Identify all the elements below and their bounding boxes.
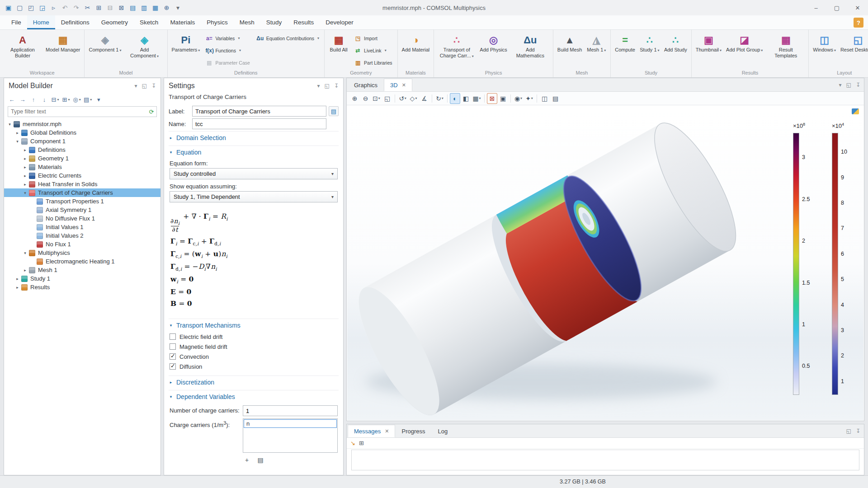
tree-item-electromagnetic-heating-1[interactable]: Electromagnetic Heating 1 (4, 257, 160, 266)
tree-expand-icon[interactable]: ▸ (14, 285, 20, 290)
help-button[interactable]: ? (854, 18, 863, 28)
zoom-out-icon[interactable]: ⊖ (360, 93, 371, 104)
image-snapshot-icon[interactable]: ◫ (539, 93, 550, 104)
panel-menu-icon[interactable]: ▾ (135, 83, 137, 89)
menu-file[interactable]: File (5, 15, 27, 29)
import-button[interactable]: ◳Import (351, 32, 395, 44)
equation-form-dropdown[interactable]: Study controlled (170, 168, 338, 179)
tree-item-axial-symmetry-1[interactable]: Axial Symmetry 1 (4, 206, 160, 214)
label-input[interactable] (192, 106, 326, 117)
float-panel-icon[interactable]: ◱ (325, 83, 330, 89)
go-to-default-view-icon[interactable]: ↺▾ (397, 93, 408, 104)
study-1-button[interactable]: ∴Study 1▾ (638, 31, 661, 69)
tree-item-global-definitions[interactable]: ▸Global Definitions (4, 128, 160, 137)
settings-window-icon[interactable]: ▥ (138, 2, 150, 13)
panel-menu-icon[interactable]: ▾ (839, 82, 842, 88)
tree-item-initial-values-2[interactable]: Initial Values 2 (4, 231, 160, 240)
3d-scene[interactable]: ×10832.521.510.5×10410987654321 (347, 106, 863, 420)
lock-view-icon[interactable]: ▣ (498, 93, 508, 104)
tree-collapse-icon[interactable]: ▾ (22, 191, 28, 195)
undo-icon[interactable]: ↶ (59, 2, 71, 13)
tree-item-memristor-mph[interactable]: ▾memristor.mph (4, 120, 160, 128)
variables-button[interactable]: a=Variables▾ (203, 32, 252, 44)
float-panel-icon[interactable]: ◱ (846, 428, 851, 434)
scene-light-icon[interactable]: ◐ (450, 93, 460, 104)
tree-item-geometry-1[interactable]: ▸Geometry 1 (4, 154, 160, 163)
tab-3d[interactable]: 3D✕ (384, 79, 412, 91)
section-discretization[interactable]: ▸ Discretization (169, 375, 339, 389)
carriers-table[interactable]: n (243, 418, 338, 453)
redo-icon[interactable]: ↷ (71, 2, 82, 13)
zoom-box-icon[interactable]: ⊡▾ (371, 93, 382, 104)
compute-button[interactable]: =Compute (613, 31, 637, 69)
pin-panel-icon[interactable]: ↧ (334, 83, 339, 89)
wireframe-rendering-icon[interactable]: ▦▾ (472, 93, 482, 104)
menu-mesh[interactable]: Mesh (234, 15, 260, 29)
add-study-button[interactable]: ∴Add Study (662, 31, 689, 69)
livelink-button[interactable]: ⇄LiveLink▾ (351, 44, 395, 56)
environment-reflections-icon[interactable]: ✦▾ (524, 93, 534, 104)
tree-expand-icon[interactable]: ▸ (14, 131, 20, 135)
menu-study[interactable]: Study (260, 15, 288, 29)
menu-developer[interactable]: Developer (320, 15, 359, 29)
select-box-icon[interactable]: ⊠ (487, 93, 497, 104)
measure-icon[interactable]: ∡ (419, 93, 429, 104)
checkbox[interactable] (170, 333, 176, 340)
node-text-icon[interactable]: ▤▾ (84, 95, 92, 104)
select-pointer-icon[interactable]: ↘ (350, 440, 355, 446)
parameters-button[interactable]: PiParameters▾ (170, 31, 202, 69)
float-panel-icon[interactable]: ◱ (846, 82, 851, 88)
tree-item-electric-currents[interactable]: ▸Electric Currents (4, 171, 160, 180)
tab-progress[interactable]: Progress (395, 425, 431, 437)
add-mathematics-button[interactable]: ΔuAdd Mathematics (510, 31, 551, 69)
minimize-button[interactable]: – (806, 0, 826, 15)
tree-item-component-1[interactable]: ▾Component 1 (4, 137, 160, 145)
menu-physics[interactable]: Physics (201, 15, 234, 29)
expand-all-icon[interactable]: ⊞▾ (62, 95, 70, 104)
plot-window-icon[interactable] (852, 108, 859, 114)
build-all-button[interactable]: ▦Build All (327, 31, 350, 69)
paste-icon[interactable]: ⊟ (104, 2, 116, 13)
transport-of-charge-carriers-button[interactable]: ∴Transport of Charge Carr...▾ (436, 31, 477, 69)
back-icon[interactable]: ← (8, 95, 16, 104)
menu-geometry[interactable]: Geometry (95, 15, 134, 29)
tree-item-transport-of-charge-carriers[interactable]: ▾Transport of Charge Carriers (4, 188, 160, 197)
add-material-button[interactable]: ◑Add Material (400, 31, 432, 69)
tree-collapse-icon[interactable]: ▾ (7, 122, 13, 127)
float-panel-icon[interactable]: ◱ (142, 83, 147, 89)
tree-item-materials[interactable]: ▸Materials (4, 163, 160, 171)
new-file-icon[interactable]: ▢ (14, 2, 25, 13)
checkbox[interactable] (170, 353, 176, 360)
add-physics-button[interactable]: ◎Add Physics (478, 31, 509, 69)
tree-expand-icon[interactable]: ▸ (22, 182, 28, 187)
tree-item-heat-transfer-in-solids[interactable]: ▸Heat Transfer in Solids (4, 180, 160, 188)
run-history-icon[interactable]: ▹ (48, 2, 59, 13)
menu-definitions[interactable]: Definitions (55, 15, 95, 29)
copy-icon[interactable]: ⊞ (93, 2, 104, 13)
collapse-all-icon[interactable]: ⊟▾ (51, 95, 59, 104)
close-icon[interactable]: ✕ (402, 82, 406, 88)
color-theme-icon[interactable]: ◉▾ (513, 93, 524, 104)
tree-item-definitions[interactable]: ▸Definitions (4, 145, 160, 154)
refresh-icon[interactable]: ⟳ (146, 108, 156, 115)
toolbar-menu-icon[interactable]: ▾ (94, 95, 103, 104)
name-input[interactable] (192, 118, 326, 129)
tree-collapse-icon[interactable]: ▾ (22, 251, 28, 255)
windows-button[interactable]: ◫Windows▾ (811, 31, 838, 69)
tree-item-multiphysics[interactable]: ▾Multiphysics (4, 249, 160, 257)
reset-desktop-button[interactable]: ◱Reset Desktop▾ (839, 31, 868, 69)
tree-item-results[interactable]: ▸Results (4, 283, 160, 291)
part-libraries-button[interactable]: ▥Part Libraries (351, 56, 395, 69)
model-manager-button[interactable]: ▦Model Manager (44, 31, 82, 69)
tab-graphics[interactable]: Graphics (348, 79, 384, 91)
tab-messages[interactable]: Messages✕ (348, 425, 395, 437)
zoom-extents-icon[interactable]: ⊕ (161, 2, 172, 13)
tree-expand-icon[interactable]: ▸ (14, 277, 20, 281)
tree-item-no-diffusive-flux-1[interactable]: No Diffusive Flux 1 (4, 214, 160, 223)
functions-button[interactable]: f(x)Functions▾ (203, 44, 252, 56)
graphics-window-icon[interactable]: ▦ (150, 2, 161, 13)
equation-contributions-button[interactable]: ΔuEquation Contributions▾ (254, 32, 322, 44)
tree-item-transport-properties-1[interactable]: Transport Properties 1 (4, 197, 160, 206)
zoom-extents-icon[interactable]: ◱ (382, 93, 392, 104)
tree-item-mesh-1[interactable]: ▸Mesh 1 (4, 266, 160, 274)
